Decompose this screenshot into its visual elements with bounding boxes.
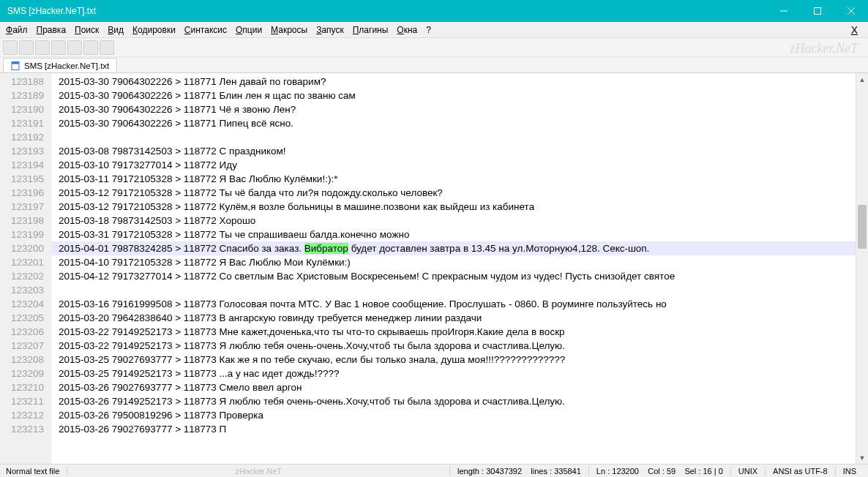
menu-windows[interactable]: Окна bbox=[397, 25, 417, 35]
code-line[interactable]: 2015-03-16 79161999508 > 118773 Голосова… bbox=[51, 297, 868, 311]
code-line[interactable]: 2015-04-12 79173277014 > 118772 Со светл… bbox=[51, 269, 868, 283]
menu-edit[interactable]: Правка bbox=[37, 25, 67, 35]
code-line[interactable] bbox=[51, 130, 868, 144]
code-line[interactable]: 2015-03-22 79149252173 > 118773 Мне каже… bbox=[51, 325, 868, 339]
code-line[interactable]: 2015-03-30 79064302226 > 118771 Блин лен… bbox=[51, 89, 868, 102]
menu-close-x[interactable]: X bbox=[851, 24, 858, 36]
status-bar: Normal text file zHacker.NeT length : 30… bbox=[0, 464, 868, 477]
line-number: 123202 bbox=[0, 269, 44, 283]
status-watermark: zHacker.NeT bbox=[67, 467, 449, 476]
close-button[interactable] bbox=[834, 0, 868, 22]
line-number: 123204 bbox=[0, 297, 44, 311]
code-line[interactable]: 2015-03-31 79172105328 > 118772 Ты че сп… bbox=[51, 228, 868, 241]
toolbar-button[interactable] bbox=[19, 40, 34, 55]
code-line[interactable]: 2015-04-10 79172105328 > 118772 Я Вас Лю… bbox=[51, 255, 868, 269]
status-mode: INS bbox=[835, 467, 864, 476]
line-number: 123203 bbox=[0, 283, 44, 297]
line-number: 123209 bbox=[0, 367, 44, 380]
code-line[interactable]: 2015-03-08 79873142503 > 118772 С праздн… bbox=[51, 144, 868, 158]
line-number: 123208 bbox=[0, 353, 44, 367]
code-line[interactable]: 2015-04-01 79878324285 > 118772 Спасибо … bbox=[51, 241, 868, 255]
line-number: 123212 bbox=[0, 408, 44, 422]
code-line[interactable]: 2015-03-26 79027693777 > 118773 Смело вв… bbox=[51, 380, 868, 394]
line-number: 123201 bbox=[0, 255, 44, 269]
status-cursor: Ln : 123200 Col : 59 Sel : 16 | 0 bbox=[588, 467, 730, 476]
line-number: 123190 bbox=[0, 102, 44, 116]
code-line[interactable]: 2015-03-18 79873142503 > 118772 Хорошо bbox=[51, 214, 868, 228]
code-line[interactable]: 2015-03-26 79149252173 > 118773 Я люблю … bbox=[51, 394, 868, 408]
line-number: 123213 bbox=[0, 422, 44, 436]
code-line[interactable]: 2015-03-12 79172105328 > 118772 Ты чё ба… bbox=[51, 186, 868, 200]
line-number: 123207 bbox=[0, 339, 44, 353]
file-icon bbox=[11, 61, 20, 70]
search-highlight: Вибратор bbox=[304, 243, 348, 254]
tab-file[interactable]: SMS [zHacker.NeT].txt bbox=[3, 58, 117, 72]
window-title: SMS [zHacker.NeT].txt bbox=[7, 6, 767, 16]
menu-search[interactable]: Поиск bbox=[75, 25, 99, 35]
line-number: 123196 bbox=[0, 186, 44, 200]
svg-rect-1 bbox=[815, 8, 821, 15]
editor: 1231881231891231901231911231921231931231… bbox=[0, 73, 868, 464]
toolbar-button[interactable] bbox=[83, 40, 98, 55]
title-bar: SMS [zHacker.NeT].txt bbox=[0, 0, 868, 22]
code-line[interactable] bbox=[51, 283, 868, 297]
code-line[interactable]: 2015-03-20 79642838640 > 118773 В ангарс… bbox=[51, 311, 868, 325]
tab-label: SMS [zHacker.NeT].txt bbox=[24, 61, 109, 70]
line-number: 123198 bbox=[0, 214, 44, 228]
toolbar-button[interactable] bbox=[67, 40, 82, 55]
menu-encodings[interactable]: Кодировки bbox=[132, 25, 176, 35]
svg-rect-5 bbox=[12, 61, 19, 64]
menu-help[interactable]: ? bbox=[426, 25, 431, 35]
minimize-button[interactable] bbox=[767, 0, 801, 22]
menu-file[interactable]: Файл bbox=[6, 25, 28, 35]
code-line[interactable]: 2015-03-25 79149252173 > 118773 ...а у н… bbox=[51, 367, 868, 380]
toolbar-button[interactable] bbox=[100, 40, 114, 55]
code-line[interactable]: 2015-03-25 79027693777 > 118773 Как же я… bbox=[51, 353, 868, 367]
line-number: 123194 bbox=[0, 158, 44, 172]
menu-macros[interactable]: Макросы bbox=[271, 25, 307, 35]
line-number: 123193 bbox=[0, 144, 44, 158]
scroll-down-button[interactable]: ▼ bbox=[856, 451, 868, 464]
code-line[interactable]: 2015-03-22 79149252173 > 118773 Я люблю … bbox=[51, 339, 868, 353]
code-line[interactable]: 2015-03-26 79500819296 > 118773 Проверка bbox=[51, 408, 868, 422]
maximize-button[interactable] bbox=[801, 0, 834, 22]
line-number: 123195 bbox=[0, 172, 44, 186]
code-line[interactable]: 2015-03-30 79064302226 > 118771 Пипец вс… bbox=[51, 116, 868, 130]
line-number: 123211 bbox=[0, 394, 44, 408]
toolbar-button[interactable] bbox=[3, 40, 18, 55]
status-filetype: Normal text file bbox=[4, 467, 67, 476]
menu-syntax[interactable]: Синтаксис bbox=[184, 25, 227, 35]
menu-options[interactable]: Опции bbox=[236, 25, 262, 35]
menu-bar: Файл Правка Поиск Вид Кодировки Синтакси… bbox=[0, 22, 868, 38]
menu-view[interactable]: Вид bbox=[108, 25, 124, 35]
code-line[interactable]: 2015-03-10 79173277014 > 118772 Иду bbox=[51, 158, 868, 172]
line-number: 123210 bbox=[0, 380, 44, 394]
line-number: 123188 bbox=[0, 75, 44, 89]
status-encoding: ANSI as UTF-8 bbox=[765, 467, 835, 476]
line-number: 123205 bbox=[0, 311, 44, 325]
line-gutter: 1231881231891231901231911231921231931231… bbox=[0, 73, 51, 464]
line-number: 123197 bbox=[0, 200, 44, 214]
line-number: 123200 bbox=[0, 241, 44, 255]
toolbar-button[interactable] bbox=[51, 40, 66, 55]
code-line[interactable]: 2015-03-12 79172105328 > 118772 Кулём,я … bbox=[51, 200, 868, 214]
line-number: 123189 bbox=[0, 89, 44, 102]
menu-run[interactable]: Запуск bbox=[316, 25, 344, 35]
status-eol: UNIX bbox=[730, 467, 765, 476]
code-line[interactable]: 2015-03-30 79064302226 > 118771 Лен дава… bbox=[51, 75, 868, 89]
toolbar bbox=[0, 38, 868, 57]
scroll-up-button[interactable]: ▲ bbox=[856, 73, 868, 86]
code-area[interactable]: 2015-03-30 79064302226 > 118771 Лен дава… bbox=[51, 73, 868, 464]
status-length: length : 30437392 lines : 335841 bbox=[449, 467, 588, 476]
line-number: 123206 bbox=[0, 325, 44, 339]
code-line[interactable]: 2015-03-30 79064302226 > 118771 Чё я зво… bbox=[51, 102, 868, 116]
code-line[interactable]: 2015-03-11 79172105328 > 118772 Я Вас Лю… bbox=[51, 172, 868, 186]
line-number: 123199 bbox=[0, 228, 44, 241]
menu-plugins[interactable]: Плагины bbox=[353, 25, 389, 35]
vertical-scrollbar[interactable]: ▲ ▼ bbox=[856, 73, 868, 464]
toolbar-button[interactable] bbox=[35, 40, 50, 55]
line-number: 123192 bbox=[0, 130, 44, 144]
code-line[interactable]: 2015-03-26 79027693777 > 118773 П bbox=[51, 422, 868, 436]
line-number: 123191 bbox=[0, 116, 44, 130]
scroll-thumb[interactable] bbox=[858, 205, 867, 249]
